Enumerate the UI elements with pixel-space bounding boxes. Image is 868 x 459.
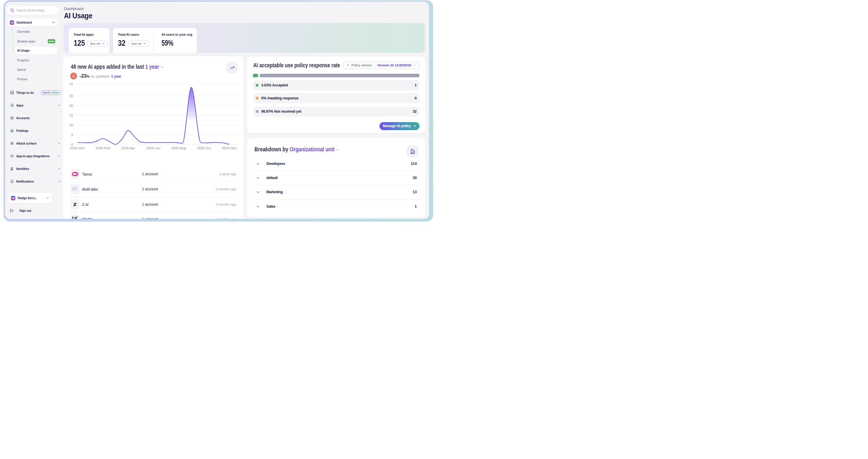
svg-text:31: 31 (69, 82, 73, 86)
svg-text:2025-Jun: 2025-Jun (146, 146, 160, 150)
svg-text:20: 20 (69, 104, 73, 108)
svg-text:25: 25 (69, 94, 73, 98)
svg-text:2025-Apr: 2025-Apr (121, 146, 135, 150)
svg-text:2025-Aug: 2025-Aug (171, 146, 186, 150)
svg-text:2025-Oct: 2025-Oct (197, 146, 211, 150)
svg-text:10: 10 (69, 123, 73, 127)
svg-text:2025-Feb: 2025-Feb (96, 146, 110, 150)
svg-text:0: 0 (71, 143, 73, 146)
svg-text:2025-Dec: 2025-Dec (222, 146, 237, 150)
svg-text:15: 15 (69, 114, 73, 117)
svg-text:5: 5 (71, 133, 73, 136)
svg-text:2024-Dec: 2024-Dec (70, 146, 85, 150)
